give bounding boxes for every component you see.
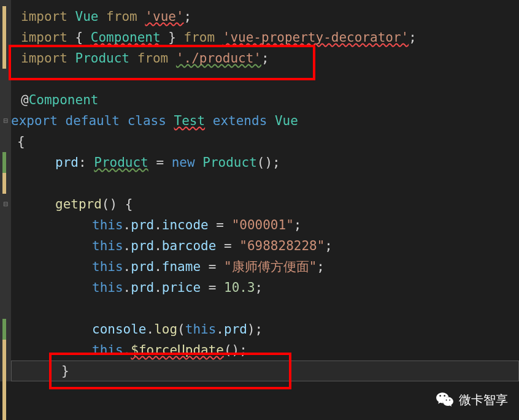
code-line[interactable]: ⊟export default class Test extends Vue xyxy=(0,110,519,131)
wechat-icon xyxy=(436,391,454,409)
code-line[interactable]: this.prd.barcode = "698828228"; xyxy=(0,235,519,256)
code-line[interactable]: this.prd.fname = "康师傅方便面"; xyxy=(0,256,519,277)
code-editor[interactable]: import Vue from 'vue'; import { Componen… xyxy=(0,0,519,381)
code-line[interactable]: console.log(this.prd); xyxy=(0,319,519,340)
code-line[interactable]: { xyxy=(0,131,519,152)
code-line[interactable]: import Product from './product'; xyxy=(0,48,519,69)
code-line[interactable] xyxy=(0,69,519,90)
watermark-text: 微卡智享 xyxy=(459,392,508,408)
code-line[interactable] xyxy=(0,298,519,319)
code-line[interactable]: this.prd.incode = "000001"; xyxy=(0,215,519,235)
fold-toggle[interactable]: ⊟ xyxy=(0,110,11,131)
code-line[interactable]: ⊟getprd() { xyxy=(0,194,519,215)
code-line[interactable]: import { Component } from 'vue-property-… xyxy=(0,27,519,48)
code-line[interactable]: prd: Product = new Product(); xyxy=(0,152,519,173)
fold-toggle[interactable]: ⊟ xyxy=(0,194,11,215)
code-line[interactable]: this.$forceUpdate(); xyxy=(0,340,519,361)
code-line[interactable] xyxy=(0,173,519,194)
watermark: 微卡智享 xyxy=(436,391,508,409)
code-line[interactable]: } xyxy=(0,361,519,381)
code-line[interactable]: import Vue from 'vue'; xyxy=(0,6,519,27)
code-line[interactable]: this.prd.price = 10.3; xyxy=(0,277,519,298)
code-line[interactable]: @Component xyxy=(0,90,519,110)
